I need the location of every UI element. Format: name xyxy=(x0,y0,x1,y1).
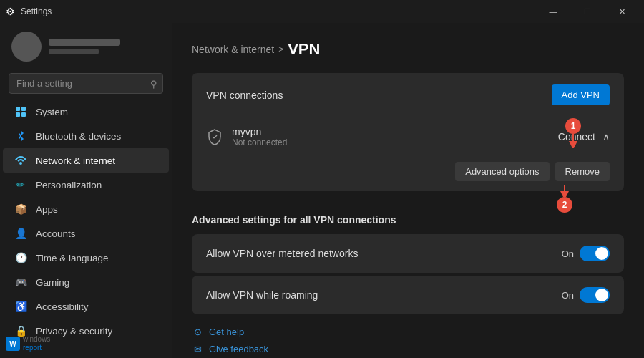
sidebar-item-label-system: System xyxy=(36,107,68,117)
vpn-item-left: myvpn Not connected xyxy=(206,126,287,147)
vpn-status: Not connected xyxy=(232,137,287,147)
time-icon: 🕐 xyxy=(14,251,27,264)
titlebar-icon: ⚙ xyxy=(6,6,15,17)
vpn-roaming-label: Allow VPN while roaming xyxy=(206,289,318,301)
bluetooth-icon xyxy=(14,130,27,142)
sidebar-item-label-gaming: Gaming xyxy=(36,277,69,288)
system-icon xyxy=(14,105,27,118)
sidebar-item-label-personalization: Personalization xyxy=(36,180,102,190)
svg-rect-2 xyxy=(16,112,20,117)
sidebar-item-gaming[interactable]: 🎮 Gaming xyxy=(3,270,169,294)
sidebar-item-network[interactable]: Network & internet xyxy=(3,148,169,173)
close-button[interactable]: ✕ xyxy=(605,0,638,23)
svg-rect-1 xyxy=(21,107,26,111)
get-help-link[interactable]: ⊙ Get help xyxy=(192,326,624,337)
sidebar-item-accessibility[interactable]: ♿ Accessibility xyxy=(3,294,169,319)
annotation-2-arrow xyxy=(557,183,572,197)
breadcrumb-parent: Network & internet xyxy=(192,44,274,55)
avatar xyxy=(11,32,42,62)
profile-info xyxy=(49,39,120,54)
vpn-shield-icon xyxy=(206,128,223,145)
vpn-metered-toggle[interactable] xyxy=(580,246,610,261)
svg-line-5 xyxy=(214,135,217,138)
sidebar-item-label-bluetooth: Bluetooth & devices xyxy=(36,131,121,142)
advanced-settings-title: Advanced settings for all VPN connection… xyxy=(192,203,624,234)
search-icon: ⚲ xyxy=(150,78,157,89)
accessibility-icon: ♿ xyxy=(14,300,27,313)
app-body: ⚲ System Bluetooth & devices Network & i… xyxy=(0,23,644,358)
give-feedback-label: Give feedback xyxy=(209,344,268,354)
help-section: ⊙ Get help ✉ Give feedback xyxy=(192,326,624,354)
vpn-item: myvpn Not connected 1 Connect ∧ xyxy=(192,117,624,156)
vpn-roaming-state: On xyxy=(562,290,574,301)
connect-button[interactable]: Connect xyxy=(558,131,595,142)
get-help-label: Get help xyxy=(209,326,244,337)
sidebar-item-label-accounts: Accounts xyxy=(36,228,76,239)
search-input[interactable] xyxy=(9,73,163,94)
vpn-name: myvpn xyxy=(232,126,287,137)
sidebar-item-time[interactable]: 🕐 Time & language xyxy=(3,246,169,270)
maximize-button[interactable]: ☐ xyxy=(571,0,604,23)
vpn-roaming-right: On xyxy=(562,287,610,303)
gaming-icon: 🎮 xyxy=(14,276,27,289)
titlebar-controls: — ☐ ✕ xyxy=(537,0,638,23)
give-feedback-link[interactable]: ✉ Give feedback xyxy=(192,343,624,354)
accounts-icon: 👤 xyxy=(14,227,27,240)
advanced-options-button[interactable]: Advanced options xyxy=(455,162,549,181)
vpn-metered-state: On xyxy=(562,248,574,259)
add-vpn-button[interactable]: Add VPN xyxy=(552,84,610,105)
search-box[interactable]: ⚲ xyxy=(9,73,163,94)
breadcrumb: Network & internet > VPN xyxy=(192,40,624,59)
vpn-connections-label: VPN connections xyxy=(206,90,283,101)
profile-name xyxy=(49,39,120,46)
sidebar-item-bluetooth[interactable]: Bluetooth & devices xyxy=(3,124,169,148)
svg-rect-3 xyxy=(21,112,26,117)
vpn-info: myvpn Not connected xyxy=(232,126,287,147)
sidebar-item-system[interactable]: System xyxy=(3,100,169,124)
breadcrumb-separator: > xyxy=(278,44,283,54)
content-area: Network & internet > VPN VPN connections… xyxy=(172,23,644,358)
apps-icon: 📦 xyxy=(14,203,27,216)
vpn-connections-header: VPN connections Add VPN xyxy=(192,73,624,117)
remove-button[interactable]: Remove xyxy=(555,162,610,181)
get-help-icon: ⊙ xyxy=(192,326,203,337)
sidebar-item-personalization[interactable]: ✏ Personalization xyxy=(3,173,169,197)
sidebar-item-label-accessibility: Accessibility xyxy=(36,301,89,312)
titlebar-left: ⚙ Settings xyxy=(6,6,52,17)
sidebar-item-label-apps: Apps xyxy=(36,204,58,215)
sidebar: ⚲ System Bluetooth & devices Network & i… xyxy=(0,23,172,358)
sidebar-item-label-time: Time & language xyxy=(36,253,109,263)
give-feedback-icon: ✉ xyxy=(192,343,203,354)
vpn-metered-right: On xyxy=(562,246,610,261)
vpn-roaming-toggle[interactable] xyxy=(580,287,610,303)
chevron-up-icon[interactable]: ∧ xyxy=(602,131,610,142)
breadcrumb-current: VPN xyxy=(288,40,320,59)
personalization-icon: ✏ xyxy=(14,178,27,191)
vpn-item-right: 1 Connect ∧ xyxy=(558,131,610,142)
minimize-button[interactable]: — xyxy=(537,0,570,23)
titlebar: ⚙ Settings — ☐ ✕ xyxy=(0,0,644,23)
network-icon xyxy=(14,154,27,167)
svg-rect-0 xyxy=(16,107,20,111)
titlebar-title: Settings xyxy=(21,6,52,16)
vpn-roaming-row: Allow VPN while roaming On xyxy=(192,276,624,314)
vpn-connections-card: VPN connections Add VPN myvpn xyxy=(192,73,624,191)
sidebar-profile xyxy=(0,23,172,70)
vpn-metered-row: Allow VPN over metered networks On xyxy=(192,234,624,273)
sidebar-item-label-network: Network & internet xyxy=(36,155,115,166)
vpn-metered-label: Allow VPN over metered networks xyxy=(206,248,358,259)
vpn-actions: Advanced options 2 Remove xyxy=(192,156,624,191)
profile-subtitle xyxy=(49,49,99,54)
sidebar-item-accounts[interactable]: 👤 Accounts xyxy=(3,221,169,246)
sidebar-item-apps[interactable]: 📦 Apps xyxy=(3,197,169,221)
